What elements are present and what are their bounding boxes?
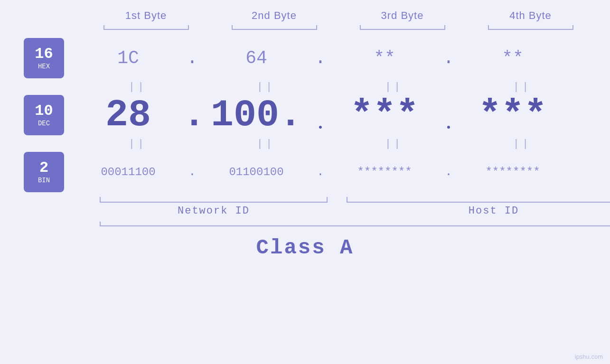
- bracket-3: [338, 26, 467, 33]
- dec-byte-2: 100.: [202, 96, 311, 134]
- hex-badge-num: 16: [35, 47, 53, 62]
- network-id-label: Network ID: [100, 205, 328, 217]
- hex-byte-4: **: [458, 48, 567, 68]
- bin-dot-2: .: [311, 166, 330, 178]
- bin-dot-3: .: [439, 166, 458, 178]
- bin-byte-2: 01100100: [202, 166, 311, 178]
- dec-badge-label: DEC: [38, 120, 50, 127]
- bin-badge: 2 BIN: [24, 152, 64, 192]
- byte-label-2: 2nd Byte: [210, 9, 338, 22]
- hex-byte-2: 64: [202, 48, 311, 68]
- bin-row: 2 BIN 00011100 . 01100100 . ******** . *…: [0, 152, 610, 192]
- equals-row-1: || || || ||: [33, 81, 577, 93]
- dec-badge: 10 DEC: [24, 95, 64, 135]
- equals-row-2: || || || ||: [33, 138, 577, 150]
- eq1-2: ||: [211, 81, 320, 93]
- bin-byte-3: ********: [330, 166, 439, 178]
- byte-label-3: 3rd Byte: [338, 9, 467, 22]
- hex-byte-1: 1C: [74, 48, 183, 68]
- bin-byte-1: 00011100: [74, 166, 183, 178]
- eq1-1: ||: [83, 81, 192, 93]
- byte-label-4: 4th Byte: [467, 9, 595, 22]
- bin-badge-label: BIN: [38, 177, 50, 184]
- dec-dot-2: ●: [311, 100, 330, 131]
- hex-badge: 16 HEX: [24, 38, 64, 78]
- bracket-2: [210, 26, 338, 33]
- main-container: 1st Byte 2nd Byte 3rd Byte 4th Byte 16 H…: [0, 0, 610, 364]
- network-id-bracket: [100, 197, 328, 203]
- class-a-label: Class A: [256, 236, 354, 260]
- eq2-1: ||: [83, 138, 192, 150]
- hex-bytes: 1C . 64 . ** . **: [74, 48, 610, 68]
- eq2-3: ||: [339, 138, 449, 150]
- hex-badge-label: HEX: [38, 63, 50, 70]
- watermark: ipshu.com: [575, 353, 603, 360]
- bracket-4: [467, 26, 595, 33]
- dec-byte-1: 28: [74, 96, 183, 134]
- dec-bytes: 28 . 100. ● *** ● ***: [74, 96, 610, 134]
- eq2-4: ||: [468, 138, 577, 150]
- network-id-section: Network ID: [100, 197, 328, 217]
- class-a-row: Class A: [0, 236, 610, 260]
- hex-byte-3: **: [330, 48, 439, 68]
- dec-byte-3: ***: [330, 96, 439, 134]
- eq2-2: ||: [211, 138, 320, 150]
- hex-dot-3: .: [439, 48, 458, 68]
- dec-row: 10 DEC 28 . 100. ● *** ● ***: [0, 95, 610, 135]
- class-bracket-line: [100, 225, 610, 226]
- host-id-label: Host ID: [347, 205, 610, 217]
- eq1-4: ||: [468, 81, 577, 93]
- eq1-3: ||: [339, 81, 449, 93]
- byte-label-1: 1st Byte: [82, 9, 210, 22]
- bin-byte-4: ********: [458, 166, 567, 178]
- byte-labels-row: 1st Byte 2nd Byte 3rd Byte 4th Byte: [0, 9, 610, 22]
- dec-badge-num: 10: [35, 103, 53, 119]
- dec-dot-3: ●: [439, 100, 458, 131]
- hex-row: 16 HEX 1C . 64 . ** . **: [0, 38, 610, 78]
- dec-dot-1: .: [183, 96, 202, 134]
- host-id-section: Host ID: [347, 197, 610, 217]
- bin-dot-1: .: [183, 166, 202, 178]
- bin-badge-num: 2: [39, 160, 48, 176]
- bin-bytes: 00011100 . 01100100 . ******** . *******…: [74, 166, 610, 178]
- id-labels-row: Network ID Host ID: [0, 197, 610, 217]
- hex-dot-1: .: [183, 48, 202, 68]
- class-bracket-container: [0, 225, 610, 226]
- bracket-1: [82, 26, 210, 33]
- hex-dot-2: .: [311, 48, 330, 68]
- bracket-row: [0, 26, 610, 33]
- dec-byte-4: ***: [458, 96, 567, 134]
- host-id-bracket: [347, 197, 610, 203]
